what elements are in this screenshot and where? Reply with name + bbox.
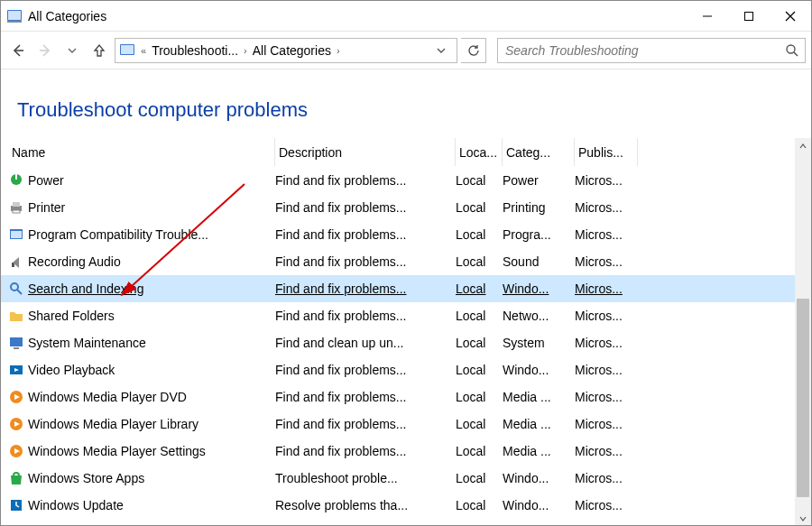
column-header-category[interactable]: Categ... <box>503 138 575 166</box>
row-category: Media ... <box>503 390 575 404</box>
row-location: Local <box>456 417 503 431</box>
printer-icon <box>8 199 24 216</box>
list-row[interactable]: System MaintenanceFind and clean up un..… <box>1 329 795 356</box>
row-description: Find and clean up un... <box>275 336 456 350</box>
breadcrumb-item[interactable]: All Categories <box>253 43 331 58</box>
row-location: Local <box>456 200 503 215</box>
forward-button[interactable] <box>33 39 57 62</box>
row-publisher: Micros... <box>575 336 638 350</box>
search-box[interactable] <box>497 38 806 63</box>
list-row[interactable]: Program Compatibility Trouble...Find and… <box>1 221 795 248</box>
svg-rect-24 <box>14 347 19 349</box>
svg-line-12 <box>794 52 798 56</box>
row-name: Printer <box>28 200 65 215</box>
chevron-right-icon: › <box>244 45 247 56</box>
list-row[interactable]: Windows Media Player LibraryFind and fix… <box>1 411 795 438</box>
window-title: All Categories <box>28 9 687 23</box>
back-button[interactable] <box>6 39 30 62</box>
row-name: Windows Update <box>28 498 124 512</box>
row-category: Progra... <box>503 227 575 242</box>
wmp-icon <box>8 389 24 405</box>
address-bar[interactable]: « Troubleshooti... › All Categories › <box>115 38 457 63</box>
svg-rect-14 <box>15 174 17 180</box>
address-dropdown[interactable] <box>437 46 453 55</box>
svg-rect-19 <box>11 231 22 238</box>
breadcrumb-item[interactable]: Troubleshooti... <box>152 43 238 58</box>
up-button[interactable] <box>88 39 111 62</box>
row-name: Recording Audio <box>28 254 121 269</box>
list-row[interactable]: Windows Media Player DVDFind and fix pro… <box>1 383 795 411</box>
row-publisher: Micros... <box>575 471 638 485</box>
row-name: Windows Media Player Settings <box>28 444 206 458</box>
column-header-location[interactable]: Loca... <box>456 138 503 166</box>
scroll-track[interactable] <box>795 154 811 511</box>
row-description: Find and fix problems... <box>275 173 456 188</box>
row-category: Media ... <box>503 444 575 458</box>
troubleshooter-list: Name Description Loca... Categ... Publis… <box>1 138 795 526</box>
search-icon[interactable] <box>785 43 799 58</box>
minimize-button[interactable] <box>687 3 728 30</box>
store-icon <box>8 470 24 486</box>
column-header-publisher[interactable]: Publis... <box>575 138 638 166</box>
list-row[interactable]: PrinterFind and fix problems...LocalPrin… <box>1 194 795 221</box>
search-input[interactable] <box>503 42 785 59</box>
row-category: Printing <box>503 200 575 215</box>
row-name: Windows Store Apps <box>28 471 144 485</box>
row-location: Local <box>456 363 503 377</box>
row-location: Local <box>456 173 503 188</box>
row-publisher: Micros... <box>575 363 638 377</box>
row-description: Find and fix problems... <box>275 363 456 377</box>
row-publisher: Micros... <box>575 309 638 323</box>
row-category: System <box>503 336 575 350</box>
row-name: System Maintenance <box>28 336 146 350</box>
row-name: Shared Folders <box>28 309 115 323</box>
row-category: Netwo... <box>503 309 575 323</box>
svg-rect-10 <box>121 45 134 54</box>
list-row[interactable]: Search and IndexingFind and fix problems… <box>1 275 795 302</box>
scroll-down-button[interactable] <box>795 511 811 526</box>
vertical-scrollbar[interactable] <box>795 138 811 526</box>
row-category: Windo... <box>503 363 575 377</box>
row-location: Local <box>456 227 503 242</box>
row-location: Local <box>456 498 503 512</box>
row-location: Local <box>456 444 503 458</box>
folder-icon <box>8 308 24 324</box>
row-publisher: Micros... <box>575 417 638 431</box>
row-location: Local <box>456 254 503 269</box>
refresh-button[interactable] <box>461 38 486 63</box>
row-description: Find and fix problems... <box>275 281 456 296</box>
list-row[interactable]: PowerFind and fix problems...LocalPowerM… <box>1 167 795 194</box>
row-category: Media ... <box>503 417 575 431</box>
list-row[interactable]: Windows Media Player SettingsFind and fi… <box>1 438 795 465</box>
scroll-up-button[interactable] <box>795 138 811 154</box>
list-row[interactable]: Video PlaybackFind and fix problems...Lo… <box>1 356 795 383</box>
svg-rect-1 <box>8 11 21 20</box>
window-titlebar: All Categories <box>1 1 811 32</box>
row-publisher: Micros... <box>575 200 638 215</box>
search-icon <box>8 281 24 297</box>
recent-dropdown[interactable] <box>60 39 84 62</box>
row-name: Video Playback <box>28 363 115 377</box>
close-button[interactable] <box>770 3 811 30</box>
video-icon <box>8 362 24 378</box>
column-header-name[interactable]: Name <box>8 138 275 166</box>
wmp-icon <box>8 416 24 432</box>
row-category: Power <box>503 173 575 188</box>
maximize-button[interactable] <box>728 3 770 30</box>
list-row[interactable]: Shared FoldersFind and fix problems...Lo… <box>1 302 795 329</box>
column-header-description[interactable]: Description <box>275 138 456 166</box>
row-location: Local <box>456 390 503 404</box>
svg-point-11 <box>787 45 795 53</box>
breadcrumb-prefix: « <box>141 45 146 56</box>
list-row[interactable]: Windows Store AppsTroubleshoot proble...… <box>1 465 795 492</box>
list-row[interactable]: Recording AudioFind and fix problems...L… <box>1 248 795 275</box>
row-location: Local <box>456 309 503 323</box>
row-description: Troubleshoot proble... <box>275 471 456 485</box>
row-category: Sound <box>503 254 575 269</box>
row-description: Find and fix problems... <box>275 309 456 323</box>
navigation-toolbar: « Troubleshooti... › All Categories › <box>1 32 811 69</box>
scroll-thumb[interactable] <box>797 299 809 497</box>
list-row[interactable]: Windows UpdateResolve problems tha...Loc… <box>1 492 795 519</box>
row-publisher: Micros... <box>575 173 638 188</box>
row-publisher: Micros... <box>575 281 638 296</box>
